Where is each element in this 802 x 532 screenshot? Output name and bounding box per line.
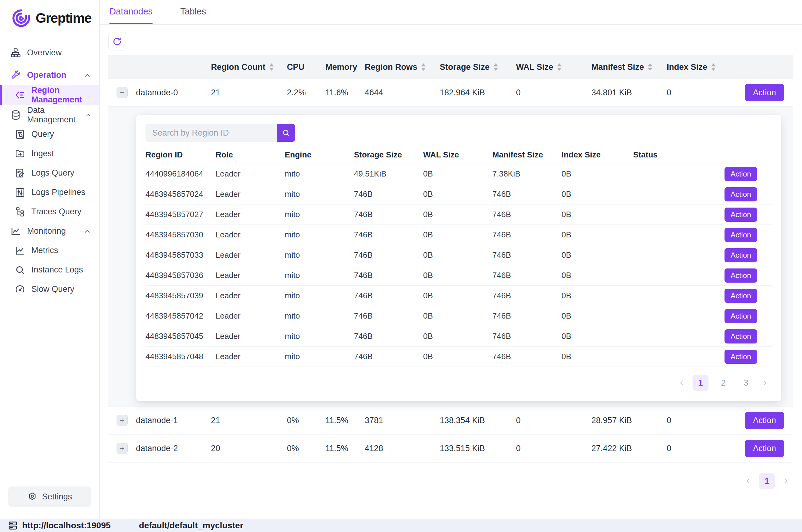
sort-icon[interactable] <box>269 63 274 71</box>
cell-manifest-size: 746B <box>492 189 561 199</box>
sidebar-item-instance-logs[interactable]: Instance Logs <box>0 260 99 280</box>
region-action-button[interactable]: Action <box>725 208 757 222</box>
region-search-input[interactable] <box>146 124 277 142</box>
region-action-button[interactable]: Action <box>725 329 757 343</box>
region-table-row: 4483945857030 Leader mito 746B 0B 746B 0… <box>146 225 772 245</box>
expand-row-button[interactable]: + <box>117 443 128 454</box>
cell-wal-size: 0 <box>516 416 591 425</box>
cell-wal-size: 0B <box>423 169 492 179</box>
region-table-row: 4483945857024 Leader mito 746B 0B 746B 0… <box>146 184 772 205</box>
table-row-datanode-1: + datanode-1 21 0% 11.5% 3781 138.354 Ki… <box>108 406 794 435</box>
collapse-row-button[interactable]: − <box>117 87 128 98</box>
sidebar-item-label: Slow Query <box>31 284 74 294</box>
page-1[interactable]: 1 <box>759 473 775 489</box>
region-action-button[interactable]: Action <box>725 187 757 202</box>
page-2[interactable]: 2 <box>715 375 731 391</box>
cell-index-size: 0B <box>561 189 633 199</box>
chevron-up-icon[interactable] <box>85 111 91 119</box>
region-action-button[interactable]: Action <box>725 228 757 242</box>
region-action-button[interactable]: Action <box>725 167 757 181</box>
sidebar-item-operation[interactable]: Operation <box>0 65 99 85</box>
sort-icon[interactable] <box>493 63 498 71</box>
tab-datanodes[interactable]: Datanodes <box>110 0 153 24</box>
cell-engine: mito <box>285 169 354 179</box>
sidebar-item-data-management[interactable]: Data Management <box>0 105 99 125</box>
cell-region-id: 4483945857027 <box>146 210 215 219</box>
cell-engine: mito <box>285 311 354 321</box>
ingest-icon <box>15 149 25 159</box>
page-3[interactable]: 3 <box>738 375 754 391</box>
region-action-button[interactable]: Action <box>725 268 757 283</box>
server-url[interactable]: http://localhost:19095 <box>22 520 111 530</box>
page-1[interactable]: 1 <box>692 375 708 391</box>
cell-manifest-size: 34.801 KiB <box>591 88 667 97</box>
sidebar-item-slow-query[interactable]: Slow Query <box>0 280 99 299</box>
sidebar-item-label: Overview <box>27 48 62 57</box>
sidebar-item-logs-query[interactable]: Logs Query <box>0 163 99 183</box>
sidebar-item-ingest[interactable]: Ingest <box>0 144 99 163</box>
cell-storage-size: 746B <box>354 189 423 199</box>
col-cpu: CPU <box>287 62 304 72</box>
prev-page-icon[interactable] <box>678 379 686 387</box>
cell-cpu: 0% <box>287 416 325 425</box>
next-page-icon[interactable] <box>782 477 790 485</box>
sidebar: Greptime Overview Operation Region Manag… <box>0 0 100 519</box>
sidebar-item-overview[interactable]: Overview <box>0 43 99 62</box>
col-region-rows: Region Rows <box>365 62 417 72</box>
cell-role: Leader <box>215 230 285 240</box>
col-region-count: Region Count <box>211 62 265 72</box>
datanodes-table: Region Count CPU Memory Region Rows Stor… <box>100 55 802 489</box>
sidebar-item-label: Instance Logs <box>31 265 83 274</box>
cell-memory: 11.5% <box>325 416 365 425</box>
sidebar-item-region-management[interactable]: Region Management <box>0 85 99 105</box>
sidebar-item-traces-query[interactable]: Traces Query <box>0 202 99 222</box>
sort-icon[interactable] <box>421 63 426 71</box>
cell-engine: mito <box>285 230 354 240</box>
cell-region-rows: 4644 <box>365 88 440 97</box>
cell-region-id: 4483945857024 <box>146 189 215 199</box>
tab-tables[interactable]: Tables <box>180 0 206 24</box>
cell-wal-size: 0B <box>423 250 492 260</box>
region-action-button[interactable]: Action <box>725 309 757 323</box>
chevron-up-icon[interactable] <box>83 71 91 79</box>
cell-storage-size: 746B <box>354 352 423 361</box>
chevron-up-icon[interactable] <box>83 227 91 235</box>
sidebar-item-label: Query <box>31 130 54 139</box>
sort-icon[interactable] <box>711 63 716 71</box>
sort-icon[interactable] <box>648 63 652 71</box>
cell-cpu: 2.2% <box>287 88 325 97</box>
region-action-button[interactable]: Action <box>725 350 757 364</box>
status-bar: http://localhost:19095 default/default_m… <box>0 519 802 532</box>
region-card: Region ID Role Engine Storage Size WAL S… <box>136 115 781 401</box>
cell-wal-size: 0B <box>423 311 492 321</box>
action-button[interactable]: Action <box>745 412 784 429</box>
region-action-button[interactable]: Action <box>725 248 757 262</box>
main-content: Datanodes Tables Region Count CPU Memory… <box>100 0 802 519</box>
prev-page-icon[interactable] <box>744 477 752 485</box>
next-page-icon[interactable] <box>761 379 769 387</box>
cell-role: Leader <box>215 250 285 260</box>
sort-icon[interactable] <box>557 63 562 71</box>
sidebar-item-label: Operation <box>27 71 66 80</box>
search-button[interactable] <box>277 124 295 142</box>
cell-storage-size: 746B <box>354 250 423 260</box>
settings-button[interactable]: Settings <box>8 487 91 507</box>
sidebar-item-logs-pipelines[interactable]: Logs Pipelines <box>0 183 99 202</box>
cell-engine: mito <box>285 271 354 280</box>
cell-wal-size: 0 <box>516 444 591 453</box>
expand-row-button[interactable]: + <box>117 415 128 426</box>
action-button[interactable]: Action <box>745 440 784 457</box>
cluster-name[interactable]: default/default_mycluster <box>139 520 243 530</box>
cell-memory: 11.5% <box>325 444 365 453</box>
cell-index-size: 0B <box>561 230 633 240</box>
action-button[interactable]: Action <box>745 84 784 101</box>
sidebar-item-monitoring[interactable]: Monitoring <box>0 222 99 241</box>
sliders-icon <box>15 187 25 198</box>
region-table-row: 4483945857033 Leader mito 746B 0B 746B 0… <box>146 245 772 265</box>
region-action-button[interactable]: Action <box>725 289 757 303</box>
cell-role: Leader <box>215 291 285 301</box>
sidebar-item-query[interactable]: Query <box>0 125 99 144</box>
refresh-button[interactable] <box>108 33 126 51</box>
datanode-name: datanode-0 <box>136 88 211 97</box>
sidebar-item-metrics[interactable]: Metrics <box>0 241 99 260</box>
